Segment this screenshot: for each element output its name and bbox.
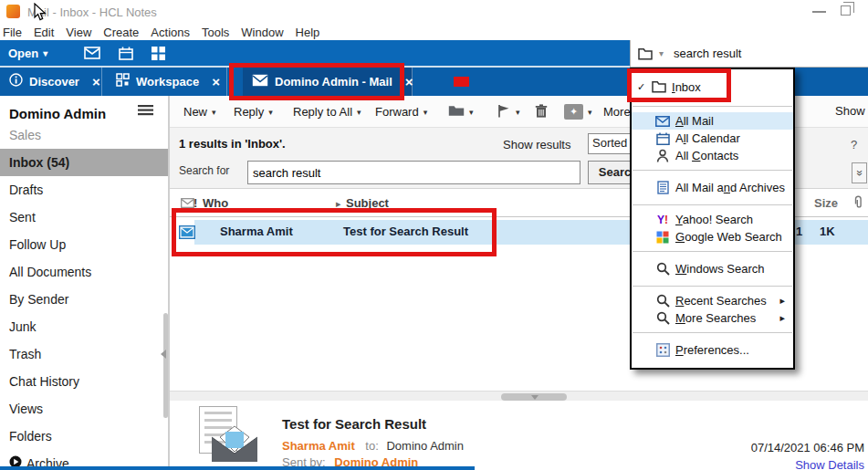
subject-column-header[interactable]: Subject (346, 196, 389, 210)
menubar-item-create[interactable]: Create (103, 26, 139, 39)
apps-icon[interactable] (152, 47, 165, 60)
sidebar-item-trash[interactable]: Trash (0, 340, 168, 368)
scope-menu-item-more-searches[interactable]: More Searches▸ (632, 309, 793, 327)
menubar-item-help[interactable]: Help (296, 26, 320, 39)
show-details-link[interactable]: Show Details (795, 458, 864, 470)
sidebar-collapse-arrow-icon[interactable] (161, 350, 166, 359)
preview-pane: Test for Search Result Sharma Amit to: D… (170, 401, 868, 470)
scope-menu-item-google-web-search[interactable]: Google Web Search (632, 228, 793, 245)
search-scope-menu: ✓InboxAll MailAll CalendarAll ContactsAl… (630, 68, 795, 370)
sort-arrow-icon: ▸ (336, 198, 341, 210)
menu-divider (633, 106, 792, 107)
sidebar-context-label: Sales (9, 128, 41, 142)
tab-domino-admin-mail[interactable]: Domino Admin - Mail× (243, 68, 413, 96)
mail-tab-icon (252, 74, 268, 90)
chevron-down-icon: ▾ (357, 108, 361, 117)
open-button[interactable]: Open ▾ (8, 47, 47, 60)
splitter-handle-icon[interactable] (501, 393, 567, 401)
checkmark-icon: ✓ (637, 81, 650, 93)
results-summary: 1 results in 'Inbox'. (179, 137, 286, 151)
envelope-column-icon[interactable] (181, 197, 194, 211)
sidebar-item-drafts[interactable]: Drafts (0, 176, 168, 204)
sidebar-item-chat-history[interactable]: Chat History (0, 368, 168, 395)
button-label: Reply (234, 105, 264, 119)
sidebar-item-follow-up[interactable]: Follow Up (0, 231, 168, 258)
folder-list: Inbox (54)DraftsSentFollow UpAll Documen… (0, 149, 168, 470)
scope-menu-item-all-calendar[interactable]: All Calendar (632, 130, 793, 147)
search-icon (654, 294, 672, 308)
forward-button[interactable]: Forward▾ (375, 96, 427, 128)
menubar-item-actions[interactable]: Actions (151, 26, 190, 39)
yahoo-icon: Y! (654, 214, 672, 226)
scope-menu-item-all-contacts[interactable]: All Contacts (632, 147, 793, 164)
scope-menu-item-preferences[interactable]: Preferences... (632, 339, 793, 361)
sidebar-item-by-sender[interactable]: By Sender (0, 286, 168, 313)
scope-menu-item-recent-searches[interactable]: Recent Searches▸ (632, 292, 793, 309)
scope-menu-item-windows-search[interactable]: Windows Search (632, 257, 793, 280)
search-scope-box[interactable]: ▾ search result (630, 40, 868, 68)
menu-item-label: Windows Search (675, 262, 765, 276)
sidebar-item-junk[interactable]: Junk (0, 313, 168, 340)
minimize-button[interactable] (812, 11, 826, 13)
expand-search-options-button[interactable]: » (852, 162, 867, 183)
chevron-down-icon: ▾ (43, 48, 47, 58)
scope-menu-item-all-mail[interactable]: All Mail (632, 112, 793, 130)
tab-close-icon[interactable]: × (212, 75, 220, 89)
move-to-folder-button[interactable]: ▾ (448, 96, 474, 128)
sidebar-menu-button[interactable] (138, 103, 153, 120)
menu-item-label: All Contacts (675, 149, 738, 162)
menubar-item-window[interactable]: Window (241, 26, 283, 39)
menubar-item-edit[interactable]: Edit (34, 26, 54, 39)
flag-column-header[interactable]: ! (193, 196, 197, 210)
sidebar-item-label: By Sender (9, 286, 68, 313)
new-button[interactable]: New▾ (183, 96, 216, 128)
menubar-item-view[interactable]: View (66, 26, 91, 39)
row-who: Sharma Amit (220, 225, 293, 238)
help-icon[interactable]: ? (851, 138, 857, 151)
preview-subject: Test for Search Result (282, 416, 426, 432)
preview-from[interactable]: Sharma Amit (282, 439, 355, 453)
flag-button[interactable]: ▾ (497, 96, 520, 128)
mouse-cursor-icon (34, 3, 47, 22)
tab-close-icon[interactable]: × (92, 75, 100, 89)
menu-item-label: All Mail (675, 114, 714, 128)
calendar-icon[interactable] (119, 47, 133, 60)
chevron-down-icon[interactable]: ▾ (659, 48, 664, 58)
sidebar-item-all-documents[interactable]: All Documents (0, 258, 168, 286)
menubar-item-file[interactable]: File (3, 26, 22, 39)
sidebar-item-label: Folders (9, 423, 52, 450)
scope-menu-item-yahoo-search[interactable]: Y!Yahoo! Search (632, 211, 793, 228)
preview-to[interactable]: Domino Admin (386, 439, 464, 453)
restore-button[interactable] (841, 5, 851, 16)
who-column-header[interactable]: Who (203, 196, 228, 210)
menu-divider (633, 332, 792, 333)
tab-close-icon[interactable]: × (405, 75, 413, 89)
pane-splitter[interactable] (170, 391, 868, 401)
tab-workspace[interactable]: Workspace× (107, 68, 227, 96)
more-button[interactable]: More (603, 96, 631, 128)
unread-envelope-icon (179, 225, 195, 242)
row-subject: Test for Search Result (343, 225, 468, 238)
menu-item-label: All Calendar (675, 131, 740, 145)
menu-divider (633, 286, 792, 287)
size-column-header[interactable]: Size (814, 196, 838, 210)
tab-discover[interactable]: Discover× (0, 68, 102, 96)
delete-button[interactable] (535, 96, 548, 128)
sidebar-item-sent[interactable]: Sent (0, 204, 168, 231)
mail-icon[interactable] (84, 47, 100, 59)
scope-menu-item-inbox[interactable]: ✓Inbox (632, 73, 793, 100)
tab-label: Domino Admin - Mail (275, 75, 392, 89)
search-input[interactable] (247, 161, 580, 184)
reply-to-all-button[interactable]: Reply to All▾ (293, 96, 361, 128)
sidebar-item-inbox[interactable]: Inbox (54) (0, 149, 168, 176)
sidebar-scrollbar[interactable] (163, 313, 168, 418)
show-menu-button[interactable]: Show (835, 104, 865, 118)
reply-button[interactable]: Reply▾ (234, 96, 273, 128)
show-results-label: Show results (503, 138, 570, 151)
tag-button[interactable]: ✦▾ (564, 96, 592, 128)
scope-menu-item-all-mail-and-archives[interactable]: All Mail and Archives (632, 176, 793, 199)
menubar-item-tools[interactable]: Tools (202, 26, 229, 39)
sidebar-item-views[interactable]: Views (0, 395, 168, 423)
sidebar-item-folders[interactable]: Folders (0, 423, 168, 450)
paperclip-column-icon[interactable] (852, 195, 863, 212)
